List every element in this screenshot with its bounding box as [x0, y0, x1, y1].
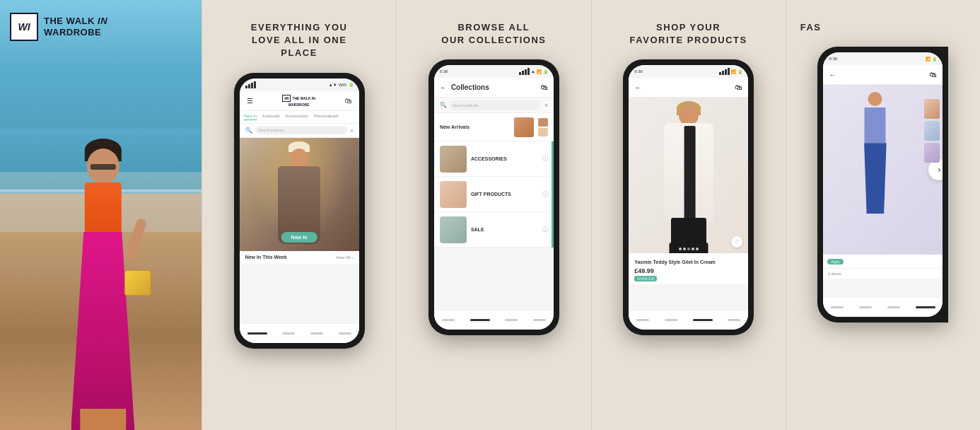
collection-accessories[interactable]: ACCESSORIES ⓘ: [434, 141, 554, 177]
status-icons-3: 📶 🔋: [719, 68, 742, 75]
nav3-search[interactable]: [665, 319, 677, 321]
app3-header: ← 🛍: [629, 78, 748, 98]
panel-app4: FAS 6:36 📶 🔋 ← 🛍: [786, 0, 980, 430]
phone-screen-4: 6:36 📶 🔋 ← 🛍: [823, 52, 943, 317]
phone-mockup-4: 6:36 📶 🔋 ← 🛍: [817, 47, 948, 322]
product-size: US(8-14): [634, 276, 742, 281]
nav4-search[interactable]: [859, 306, 872, 308]
search-clear-2[interactable]: ✕: [544, 103, 548, 108]
brand-name: THE WALK IN WARDROBE: [44, 16, 107, 37]
nav2-profile[interactable]: [533, 319, 546, 321]
back-arrow-4[interactable]: ←: [829, 71, 836, 79]
search-input-2[interactable]: Search products: [450, 100, 540, 110]
app2-header: ← Collections 🛍: [434, 78, 554, 98]
hero-bag: [124, 270, 151, 296]
cart-icon-2[interactable]: 🛍: [541, 83, 548, 91]
phone-screen-3: 6:36 📶 🔋 ← 🛍: [629, 65, 748, 330]
collection-accessories-wrapper: ACCESSORIES ⓘ: [434, 141, 554, 177]
side-thumb-2[interactable]: [924, 121, 940, 141]
hero-sunglasses: [90, 164, 115, 170]
new-arrivals-mini-thumbs: [538, 118, 548, 136]
side-thumb-1[interactable]: [924, 99, 940, 119]
panel-app2: BROWSE ALL OUR COLLECTIONS 6:36 ▲ 📶 🔋: [396, 0, 590, 430]
nav4-home[interactable]: [831, 306, 844, 308]
tab-accessories[interactable]: Accessories: [285, 114, 308, 120]
search-input-1[interactable]: Search products: [255, 126, 347, 134]
new-in-button[interactable]: New In: [281, 232, 317, 243]
hero-top: [84, 182, 121, 239]
phone-screen-2: 6:36 ▲ 📶 🔋 ← Collections: [434, 65, 554, 330]
panel-app3: SHOP YOUR FAVORITE PRODUCTS 6:36 📶 🔋: [591, 0, 786, 430]
hero-arm-right: [124, 217, 148, 260]
status-bar-2: 6:36 ▲ 📶 🔋: [434, 65, 554, 78]
accessories-thumb: [440, 146, 467, 173]
nav2-collections[interactable]: [470, 319, 490, 321]
image-dots-indicator: [679, 248, 699, 250]
search-icon-1: 🔍: [245, 127, 252, 134]
panel-app1: EVERYTHING YOU LOVE ALL IN ONE PLACE ▲▼ …: [202, 0, 396, 430]
panel1-title: EVERYTHING YOU LOVE ALL IN ONE PLACE: [251, 21, 348, 60]
hero-logo: WI THE WALK IN WARDROBE: [10, 13, 107, 41]
jeans-figure: [856, 92, 894, 248]
hamburger-icon[interactable]: ☰: [247, 97, 253, 105]
gilet-inner: [684, 126, 695, 221]
cart-icon-3[interactable]: 🛍: [735, 83, 742, 91]
tab-new-in[interactable]: New In: [244, 114, 257, 120]
nav3-profile[interactable]: [728, 319, 740, 321]
nav-search[interactable]: [282, 332, 295, 335]
collection-gift[interactable]: GIFT PRODUCTS ⓘ: [434, 177, 554, 212]
app4-product-image: ›: [823, 85, 943, 255]
hero-panel: WI THE WALK IN WARDROBE: [0, 0, 202, 430]
status-bar-1: ▲▼ WiFi 🔋: [240, 79, 359, 91]
status-right-1: ▲▼ WiFi 🔋: [329, 82, 354, 87]
sale-thumb: [440, 216, 467, 243]
cart-icon[interactable]: 🛍: [345, 97, 352, 105]
accessories-label: ACCESSORIES: [471, 156, 538, 161]
nav2-home[interactable]: [442, 319, 455, 321]
green-accent-bar-3: [552, 212, 554, 248]
side-thumbnails: [924, 99, 940, 163]
nav4-active[interactable]: [916, 306, 935, 308]
phone-mockup-2: 6:36 ▲ 📶 🔋 ← Collections: [428, 59, 559, 335]
side-thumb-3[interactable]: [924, 143, 940, 163]
nav3-product[interactable]: [693, 319, 713, 321]
phone-mockup-3: 6:36 📶 🔋 ← 🛍: [623, 59, 754, 335]
logo-box: WI: [10, 13, 38, 41]
search-clear-1[interactable]: ✕: [350, 128, 354, 133]
product-name: Yasmin Teddy Style Gilet In Cream: [634, 259, 742, 265]
nav-home[interactable]: [247, 332, 267, 335]
view-all-link[interactable]: View All ›: [336, 255, 354, 260]
dot-5: [696, 248, 699, 250]
nav4-bag[interactable]: [887, 306, 900, 308]
sale-label: SALE: [471, 227, 538, 232]
app1-navbar: ☰ WI THE WALK INWARDROBE 🛍: [240, 91, 359, 111]
app3-product-image: ♡: [629, 98, 748, 253]
collection-sale[interactable]: SALE ⓘ: [434, 212, 554, 248]
nav-bag[interactable]: [310, 332, 323, 335]
search-icon-2: 🔍: [440, 102, 447, 108]
collection-new-arrivals[interactable]: New Arrivals: [434, 113, 554, 141]
app1-logo: WI THE WALK INWARDROBE: [282, 95, 315, 107]
back-arrow-2[interactable]: ←: [440, 83, 447, 91]
tab-personalised[interactable]: Personalised: [314, 114, 339, 120]
app4-filters: Apply: [823, 255, 943, 269]
gift-info: ⓘ: [542, 190, 548, 198]
cart-icon-4[interactable]: 🛍: [930, 71, 937, 79]
collection-sale-wrapper: SALE ⓘ: [434, 212, 554, 248]
apply-filter-chip[interactable]: Apply: [827, 259, 844, 265]
wishlist-heart-icon[interactable]: ♡: [731, 236, 742, 248]
panel3-title: SHOP YOUR FAVORITE PRODUCTS: [630, 21, 747, 47]
jeans-head: [868, 92, 882, 106]
app3-bottom-nav: [629, 310, 748, 330]
nav-profile[interactable]: [339, 332, 351, 335]
back-arrow-3[interactable]: ←: [634, 83, 641, 91]
status-bar-4: 6:36 📶 🔋: [823, 52, 943, 65]
coat-head: [291, 149, 308, 168]
logo-initials: WI: [18, 21, 30, 33]
nav2-bag[interactable]: [505, 319, 518, 321]
size-chip[interactable]: US(8-14): [634, 276, 657, 281]
nav3-home[interactable]: [636, 319, 649, 321]
tab-featured[interactable]: Featured: [262, 114, 279, 120]
accessories-info: ⓘ: [542, 155, 548, 163]
product-info: Yasmin Teddy Style Gilet In Cream £49.99…: [629, 253, 748, 284]
